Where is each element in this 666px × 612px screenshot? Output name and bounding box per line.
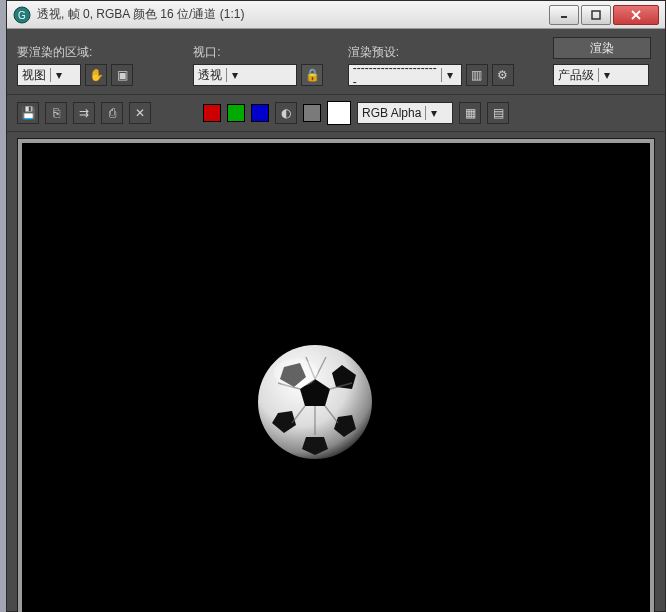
window-title: 透视, 帧 0, RGBA 颜色 16 位/通道 (1:1) [37, 6, 547, 23]
region-icon: ▣ [117, 68, 128, 82]
preset-settings-button[interactable]: ⚙ [492, 64, 514, 86]
window-buttons [547, 5, 659, 25]
red-channel-swatch[interactable] [203, 104, 221, 122]
preset-label: 渲染预设: [348, 44, 544, 61]
svg-point-13 [274, 359, 318, 387]
overlay-toggle-1[interactable]: ▦ [459, 102, 481, 124]
chevron-down-icon: ▾ [50, 68, 66, 82]
print-icon: ⎙ [109, 106, 116, 120]
preset-value: ---------------------- [353, 61, 438, 89]
save-icon: 💾 [21, 106, 36, 120]
copy-icon: ⎘ [53, 106, 60, 120]
viewport-label: 视口: [193, 44, 338, 61]
alpha-icon: ◐ [281, 106, 291, 120]
green-channel-swatch[interactable] [227, 104, 245, 122]
overlay-toggle-2[interactable]: ▤ [487, 102, 509, 124]
area-dropdown[interactable]: 视图 ▾ [17, 64, 81, 86]
svg-text:G: G [18, 10, 26, 21]
clear-button[interactable]: ✕ [129, 102, 151, 124]
area-label: 要渲染的区域: [17, 44, 183, 61]
rendered-soccer-ball [256, 343, 374, 461]
hand-icon: ✋ [89, 68, 104, 82]
pan-button[interactable]: ✋ [85, 64, 107, 86]
titlebar: G 透视, 帧 0, RGBA 颜色 16 位/通道 (1:1) [7, 1, 665, 29]
viewport-dropdown[interactable]: 透视 ▾ [193, 64, 297, 86]
color-picker-swatch[interactable] [327, 101, 351, 125]
maximize-button[interactable] [581, 5, 611, 25]
channel-dropdown[interactable]: RGB Alpha ▾ [357, 102, 453, 124]
preset-dropdown[interactable]: ---------------------- ▾ [348, 64, 462, 86]
viewport-frame [17, 138, 655, 612]
production-dropdown[interactable]: 产品级 ▾ [553, 64, 649, 86]
viewport-value: 透视 [198, 67, 222, 84]
channel-value: RGB Alpha [362, 106, 421, 120]
lock-icon: 🔒 [305, 68, 320, 82]
mono-swatch[interactable] [303, 104, 321, 122]
gear-icon: ⚙ [497, 68, 508, 82]
close-button[interactable] [613, 5, 659, 25]
save-button[interactable]: 💾 [17, 102, 39, 124]
blue-channel-swatch[interactable] [251, 104, 269, 122]
clone-button[interactable]: ⇉ [73, 102, 95, 124]
chevron-down-icon: ▾ [441, 68, 456, 82]
copy-button[interactable]: ⎘ [45, 102, 67, 124]
minimize-button[interactable] [549, 5, 579, 25]
delete-icon: ✕ [135, 106, 145, 120]
toolbar: 💾 ⎘ ⇉ ⎙ ✕ ◐ RGB Alpha ▾ ▦ ▤ [7, 94, 665, 132]
render-window: G 透视, 帧 0, RGBA 颜色 16 位/通道 (1:1) 要渲染的区域:… [6, 0, 666, 612]
render-button[interactable]: 渲染 [553, 37, 651, 59]
grid2-icon: ▤ [493, 106, 504, 120]
lock-button[interactable]: 🔒 [301, 64, 323, 86]
grid-icon: ▦ [465, 106, 476, 120]
controls-row-1: 要渲染的区域: 视图 ▾ ✋ ▣ 视口: 透视 ▾ 🔒 渲染预设: [7, 29, 665, 88]
production-value: 产品级 [558, 67, 594, 84]
chevron-down-icon: ▾ [226, 68, 242, 82]
chevron-down-icon: ▾ [598, 68, 614, 82]
svg-rect-3 [592, 11, 600, 19]
render-viewport[interactable] [22, 143, 650, 612]
preset-load-button[interactable]: ▥ [466, 64, 488, 86]
app-icon: G [13, 6, 31, 24]
area-value: 视图 [22, 67, 46, 84]
alpha-toggle[interactable]: ◐ [275, 102, 297, 124]
print-button[interactable]: ⎙ [101, 102, 123, 124]
clone-icon: ⇉ [79, 106, 89, 120]
chevron-down-icon: ▾ [425, 106, 441, 120]
load-icon: ▥ [471, 68, 482, 82]
region-button[interactable]: ▣ [111, 64, 133, 86]
